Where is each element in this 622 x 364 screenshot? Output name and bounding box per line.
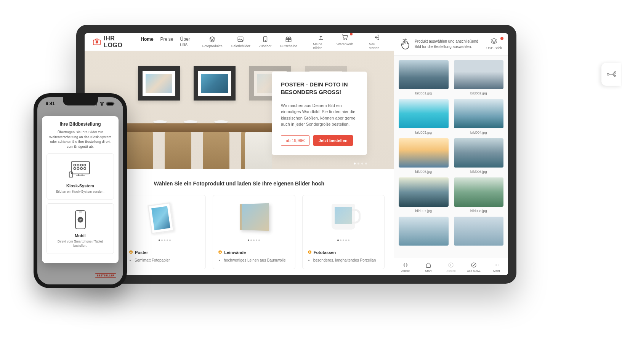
mobile-icon xyxy=(51,209,110,230)
option-title: Mobil xyxy=(51,233,110,238)
nav-home[interactable]: Home xyxy=(141,37,153,47)
product-bullet: Semimatt Fotopapier xyxy=(135,258,200,262)
logo[interactable]: IHR LOGO xyxy=(93,35,133,49)
bottom-vollbild[interactable]: Vollbild xyxy=(394,258,417,275)
nav-preise[interactable]: Preise xyxy=(160,37,173,47)
svg-point-7 xyxy=(449,263,453,267)
thumbnail-image[interactable] xyxy=(454,99,504,128)
thumbnail-item[interactable]: bild005.jpg xyxy=(399,138,449,174)
thumbnail-image[interactable] xyxy=(454,177,504,207)
price-button[interactable]: ab 19,99€ xyxy=(281,135,309,146)
fullscreen-exit-icon xyxy=(402,262,409,268)
option-kiosk[interactable]: Kiosk-System Bild an ein Kiosk-System se… xyxy=(46,153,114,200)
option-desc: Bild an ein Kiosk-System senden. xyxy=(51,190,110,194)
thumbnail-item[interactable]: bild007.jpg xyxy=(399,177,449,213)
svg-point-14 xyxy=(614,75,616,77)
thumbnail-label: bild003.jpg xyxy=(415,131,432,134)
wall-frame xyxy=(138,66,180,101)
nav-meine-bilder[interactable]: Meine Bilder xyxy=(313,34,329,50)
usb-side-tab[interactable] xyxy=(601,63,621,86)
thumbnail-label: bild007.jpg xyxy=(415,209,432,213)
product-dots[interactable] xyxy=(124,237,205,245)
thumbnail-image[interactable] xyxy=(454,217,504,246)
nav-warenkorb[interactable]: Warenkorb xyxy=(337,34,353,50)
thumbnail-item[interactable]: bild004.jpg xyxy=(454,99,504,134)
nav-zubehoer[interactable]: Zubehör xyxy=(259,36,272,48)
product-title: Leinwände xyxy=(224,250,246,255)
nav-fotoprodukte[interactable]: Fotoprodukte xyxy=(202,36,223,48)
thumbnail-label: bild004.jpg xyxy=(470,131,487,134)
nav-label: Warenkorb xyxy=(337,42,353,46)
order-now-button[interactable]: Jetzt bestellen xyxy=(313,135,353,146)
option-mobil[interactable]: Mobil Direkt vom Smartphone / Tablet bes… xyxy=(46,203,114,254)
nav-icons-group-2: Meine Bilder Warenkorb xyxy=(305,34,353,50)
thumbnail-image[interactable] xyxy=(399,217,449,246)
bottom-zurueck: Zurück xyxy=(440,258,463,275)
nav-links: Home Preise Über uns xyxy=(141,37,195,47)
usb-stick-button[interactable]: USB-Stick xyxy=(486,38,502,51)
thumbnails-grid[interactable]: bild001.jpgbild002.jpgbild003.jpgbild004… xyxy=(394,56,508,258)
nav-icons-group-3: Neu starten xyxy=(361,34,385,50)
bottom-label: Vollbild xyxy=(401,269,410,273)
usb-icon xyxy=(606,70,616,78)
thumbnail-image[interactable] xyxy=(399,138,449,168)
thumbnail-item[interactable] xyxy=(454,217,504,246)
bottom-start[interactable]: Start xyxy=(417,258,440,275)
tablet-icon xyxy=(262,36,269,43)
nav-neu-starten[interactable]: Neu starten xyxy=(369,34,385,50)
product-card-leinwand[interactable]: ✪Leinwände hochwertiges Leinen aus Baumw… xyxy=(213,195,295,269)
usb-badge xyxy=(500,37,503,40)
thumbnail-item[interactable]: bild002.jpg xyxy=(454,60,504,96)
phone-notch xyxy=(63,97,98,105)
thumbnail-image[interactable] xyxy=(399,177,449,207)
product-dots[interactable] xyxy=(213,237,295,245)
thumbnail-item[interactable] xyxy=(399,217,449,246)
star-icon: ✪ xyxy=(129,250,133,255)
thumbnail-image[interactable] xyxy=(399,60,449,89)
bottom-mehr[interactable]: Mehr xyxy=(485,258,508,275)
svg-rect-2 xyxy=(96,39,98,40)
hero-description: Wir machen aus Deinem Bild ein einmalige… xyxy=(281,102,358,128)
nav-label: Neu starten xyxy=(369,42,385,50)
thumbnail-item[interactable]: bild008.jpg xyxy=(454,177,504,213)
thumbnail-item[interactable]: bild001.jpg xyxy=(399,60,449,96)
svg-point-29 xyxy=(80,168,82,169)
nav-icons-group: Fotoprodukte Galeriebilder Zubehör Gutsc… xyxy=(202,36,297,48)
product-bullet: hochwertiges Leinen aus Baumwolle xyxy=(224,258,289,262)
svg-point-24 xyxy=(77,164,79,166)
thumbnail-image[interactable] xyxy=(399,99,449,128)
star-icon: ✪ xyxy=(218,250,222,255)
svg-point-23 xyxy=(74,164,75,166)
nav-galeriebilder[interactable]: Galeriebilder xyxy=(231,36,250,48)
thumbnail-label: bild008.jpg xyxy=(470,209,487,213)
nav-label: Meine Bilder xyxy=(313,42,329,50)
more-icon xyxy=(494,262,500,268)
product-card-poster[interactable]: ✪Poster Semimatt Fotopapier xyxy=(123,195,206,269)
modal-subtitle: Übertragen Sie Ihre Bilder zur Weiterver… xyxy=(46,130,114,149)
option-title: Kiosk-System xyxy=(51,184,110,188)
svg-point-28 xyxy=(77,168,79,169)
products-row: BESTSELLER ✪Poster Semimatt Fotopapier ✪… xyxy=(85,195,394,275)
nav-label: Fotoprodukte xyxy=(202,44,223,48)
carousel-dots[interactable] xyxy=(354,163,367,164)
logout-icon xyxy=(374,34,380,41)
nav-gutscheine[interactable]: Gutscheine xyxy=(280,36,297,48)
nav-label: Gutscheine xyxy=(280,44,297,48)
product-dots[interactable] xyxy=(303,237,384,245)
logo-text: IHR LOGO xyxy=(104,35,133,49)
nav-ueber-uns[interactable]: Über uns xyxy=(180,37,195,47)
thumbnail-image[interactable] xyxy=(454,60,504,89)
phone-device-frame: 9:41 Ihre eigenen Bilder hoch BESTSELLER… xyxy=(34,93,127,288)
image-sidebar: Produkt auswählen und anschließend Bild … xyxy=(394,33,508,275)
nav-label: Zubehör xyxy=(259,44,272,48)
thumbnail-label: bild006.jpg xyxy=(470,170,487,174)
sidebar-instructions: Produkt auswählen und anschließend Bild … xyxy=(394,33,508,56)
thumbnail-image[interactable] xyxy=(454,138,504,168)
thumbnail-item[interactable]: bild003.jpg xyxy=(399,99,449,134)
hero-info-card: POSTER - DEIN FOTO IN BESONDERS GROSS! W… xyxy=(272,72,367,155)
product-card-fototassen[interactable]: ✪Fototassen besonderes, langhaltendes Po… xyxy=(302,195,385,269)
pointer-hand-icon xyxy=(400,38,410,50)
bottom-alle-ausw[interactable]: Alle ausw. xyxy=(462,258,485,275)
check-circle-icon xyxy=(471,262,477,268)
thumbnail-item[interactable]: bild006.jpg xyxy=(454,138,504,174)
